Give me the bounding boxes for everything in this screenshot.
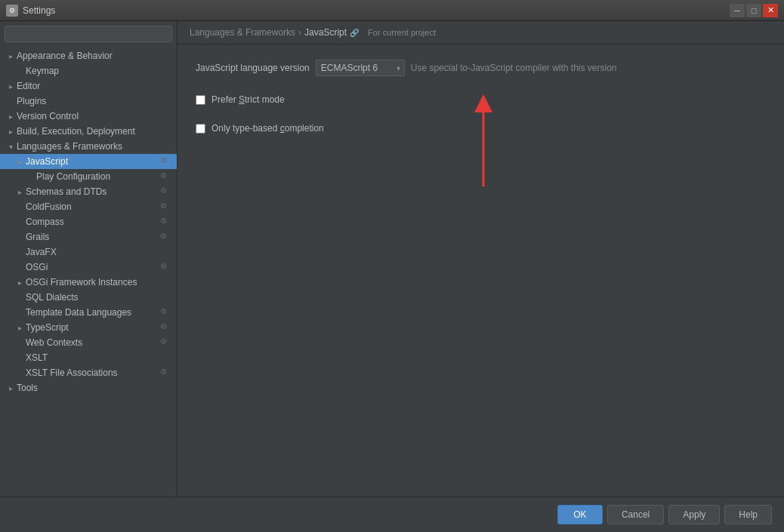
sidebar-item-compass[interactable]: Compass ⚙ [0, 214, 177, 229]
sidebar-item-coldfusion[interactable]: ColdFusion ⚙ [0, 199, 177, 214]
collapse-icon [6, 51, 15, 60]
sidebar-item-schemas-dtds[interactable]: Schemas and DTDs ⚙ [0, 184, 177, 199]
dialog-footer: OK Cancel Apply Help [0, 497, 784, 532]
settings-icon: ⚙ [160, 186, 171, 197]
sidebar-item-javafx[interactable]: JavaFX [0, 244, 177, 260]
collapse-icon [6, 81, 15, 91]
sidebar-item-plugins[interactable]: Plugins [0, 94, 177, 109]
settings-icon: ⚙ [160, 307, 171, 318]
minimize-button[interactable]: ─ [730, 4, 745, 17]
settings-icon: ⚙ [160, 201, 171, 212]
sidebar-item-typescript[interactable]: TypeScript ⚙ [0, 320, 177, 335]
title-bar: ⚙ Settings ─ □ ✕ [0, 0, 784, 21]
prefer-strict-checkbox[interactable] [196, 95, 205, 105]
compiler-hint: Use special to-JavaScript compiler with … [411, 63, 617, 73]
sidebar-item-osgi[interactable]: OSGi ⚙ [0, 260, 177, 275]
sidebar-item-osgi-framework[interactable]: OSGi Framework Instances [0, 275, 177, 290]
breadcrumb-icon: 🔗 [350, 29, 359, 37]
language-version-select-wrapper: ECMAScript 3 ECMAScript 5.1 ECMAScript 6… [316, 60, 405, 76]
settings-icon: ⚙ [160, 171, 171, 182]
breadcrumb-segment-1: Languages & Frameworks [190, 27, 295, 38]
help-button[interactable]: Help [724, 505, 772, 524]
sidebar-item-appearance[interactable]: Appearance & Behavior [0, 48, 177, 63]
breadcrumb: Languages & Frameworks › JavaScript 🔗 Fo… [177, 21, 784, 45]
sidebar-item-javascript[interactable]: JavaScript ⚙ [0, 154, 177, 169]
dialog-title: Settings [23, 5, 730, 16]
main-content: Languages & Frameworks › JavaScript 🔗 Fo… [177, 21, 784, 497]
prefer-strict-row: Prefer Strict mode [196, 91, 766, 108]
language-version-row: JavaScript language version ECMAScript 3… [196, 60, 766, 76]
collapse-icon [15, 278, 24, 287]
type-based-completion-row: Only type-based completion [196, 120, 766, 137]
close-button[interactable]: ✕ [763, 4, 778, 17]
maximize-button[interactable]: □ [746, 4, 761, 17]
breadcrumb-separator: › [298, 27, 301, 38]
expand-icon [6, 142, 15, 151]
collapse-icon [6, 127, 15, 136]
settings-icon: ⚙ [160, 217, 171, 227]
sidebar-item-play-configuration[interactable]: Play Configuration ⚙ [0, 169, 177, 184]
collapse-icon [15, 157, 24, 166]
content-area: JavaScript language version ECMAScript 3… [177, 45, 784, 497]
cancel-button[interactable]: Cancel [607, 505, 664, 524]
breadcrumb-meta: For current project [368, 28, 436, 37]
sidebar-item-sql-dialects[interactable]: SQL Dialects [0, 290, 177, 305]
sidebar-item-xslt[interactable]: XSLT [0, 350, 177, 365]
ok-button[interactable]: OK [557, 505, 603, 524]
collapse-icon [6, 112, 15, 121]
type-based-completion-label: Only type-based completion [211, 123, 324, 134]
sidebar-item-xslt-file-assoc[interactable]: XSLT File Associations ⚙ [0, 365, 177, 380]
sidebar-item-version-control[interactable]: Version Control [0, 109, 177, 124]
language-version-select[interactable]: ECMAScript 3 ECMAScript 5.1 ECMAScript 6… [316, 60, 405, 76]
breadcrumb-segment-2: JavaScript [304, 27, 347, 38]
settings-tree: Appearance & Behavior Keymap Editor Plug… [0, 45, 177, 497]
settings-icon: ⚙ [160, 322, 171, 333]
settings-icon: ⚙ [160, 156, 171, 167]
settings-icon: ⚙ [160, 232, 171, 242]
sidebar-item-web-contexts[interactable]: Web Contexts ⚙ [0, 335, 177, 350]
collapse-icon [6, 383, 15, 392]
language-version-label: JavaScript language version [196, 63, 310, 73]
search-input[interactable] [5, 26, 172, 42]
sidebar-item-languages[interactable]: Languages & Frameworks [0, 139, 177, 154]
settings-sidebar: Appearance & Behavior Keymap Editor Plug… [0, 21, 177, 497]
prefer-strict-label: Prefer Strict mode [211, 94, 285, 105]
sidebar-item-keymap[interactable]: Keymap [0, 63, 177, 78]
collapse-icon [15, 187, 24, 196]
sidebar-item-template-data[interactable]: Template Data Languages ⚙ [0, 305, 177, 320]
app-icon: ⚙ [6, 5, 18, 17]
collapse-icon [15, 323, 24, 332]
type-based-completion-checkbox[interactable] [196, 124, 205, 134]
settings-icon: ⚙ [160, 262, 171, 272]
sidebar-item-build[interactable]: Build, Execution, Deployment [0, 124, 177, 139]
sidebar-item-tools[interactable]: Tools [0, 380, 177, 395]
settings-icon: ⚙ [160, 367, 171, 378]
sidebar-item-grails[interactable]: Grails ⚙ [0, 229, 177, 244]
sidebar-item-editor[interactable]: Editor [0, 78, 177, 94]
apply-button[interactable]: Apply [668, 505, 720, 524]
settings-icon: ⚙ [160, 337, 171, 348]
